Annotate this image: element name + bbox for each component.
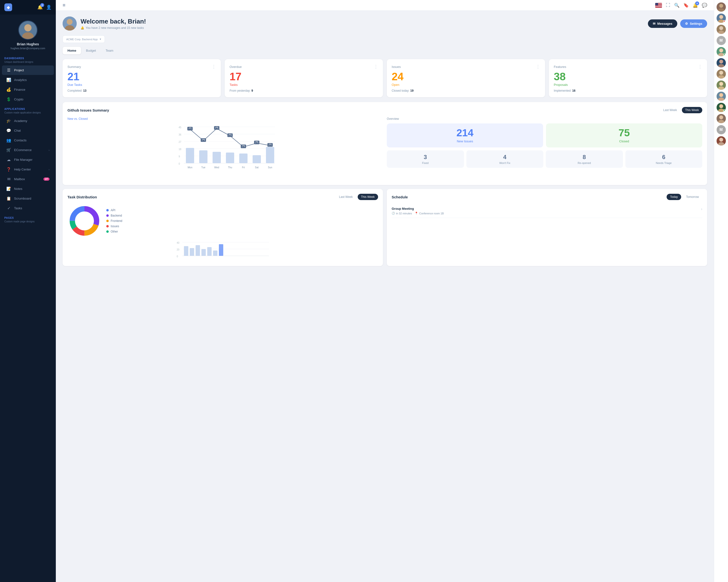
closed-label: Closed [550,139,698,143]
task-this-week-button[interactable]: This Week [358,194,378,200]
schedule-tomorrow-button[interactable]: Tomorrow [683,194,702,200]
stat-title: Summary [68,65,81,68]
bar-fri [239,154,248,163]
stat-number: 38 [554,71,702,82]
sidebar-item-label: Mailbox [14,177,25,181]
sidebar-item-scrumboard[interactable]: 📋 Scrumboard [2,194,54,203]
svg-text:Mon: Mon [188,166,192,169]
sidebar-item-tasks[interactable]: ✓ Tasks [2,203,54,213]
svg-rect-52 [219,244,223,256]
sidebar-item-project[interactable]: ☰ Project [2,65,54,75]
sidebar-item-ecommerce[interactable]: 🛒 ECommerce › [2,145,54,155]
tab-home[interactable]: Home [62,47,81,54]
tab-team[interactable]: Team [101,47,118,54]
sidebar-item-analytics[interactable]: 📊 Analytics [2,75,54,85]
welcome-section: Welcome back, Brian! 🔔 You have 2 new me… [62,17,707,31]
rs-avatar-9[interactable] [717,103,726,112]
sidebar-item-crypto[interactable]: 💲 Crypto [2,94,54,104]
fullscreen-icon[interactable]: ⛶ [666,3,670,8]
welcome-subtext: 🔔 You have 2 new messages and 15 new tas… [81,26,146,30]
reopened-label: Re-opened [549,162,620,164]
topbar: ≡ ⛶ 🔍 🔖 🔔 5 � [56,0,714,11]
task-distribution-title: Task Distribution [68,195,97,199]
bar-tue [199,150,207,163]
settings-button[interactable]: ⚙ Settings [680,20,707,28]
stat-menu-icon[interactable]: ⋮ [374,64,378,70]
flag-icon[interactable] [655,3,662,8]
notifications-bell-icon[interactable]: 🔔 3 [37,5,43,10]
sidebar-item-academy[interactable]: 🎓 Academy [2,116,54,126]
rs-avatar-5[interactable] [717,58,726,67]
chart-right: Overview 214 New Issues 75 Closed [387,117,702,180]
task-distribution-card: Task Distribution Last Week This Week [62,189,383,266]
sidebar-item-filemanager[interactable]: ☁ File Manager [2,155,54,164]
last-week-button[interactable]: Last Week [660,107,680,113]
rs-avatar-4[interactable] [717,47,726,56]
small-stat-triage: 6 Needs Triage [625,150,703,168]
svg-point-12 [67,19,73,25]
crypto-icon: 💲 [6,97,11,102]
dot-tue [202,140,204,142]
task-last-week-button[interactable]: Last Week [336,194,356,200]
sidebar-item-mailbox[interactable]: ✉ Mailbox 27 [2,174,54,184]
closed-number: 75 [550,128,698,138]
stat-label: Tasks [230,83,378,87]
rs-avatar-11[interactable] [717,136,726,145]
hamburger-menu-icon[interactable]: ≡ [62,2,66,8]
sidebar-item-contacts[interactable]: 👥 Contacts [2,136,54,145]
rs-avatar-10[interactable] [717,114,726,123]
bar-sun [266,147,274,163]
finance-icon: 💰 [6,87,11,92]
user-avatar-area: Brian Hughes hughes.brian@company.com [0,15,56,54]
sidebar-item-helpcenter[interactable]: ❓ Help Center › [2,165,54,174]
rs-avatar-3[interactable] [717,25,726,34]
nav-section-apps-label: APPLICATIONS [0,104,56,111]
rs-avatar-8[interactable] [717,92,726,101]
messages-icon[interactable]: 💬 [702,3,707,8]
bar-wed [213,152,221,163]
sidebar-item-chat[interactable]: 💬 Chat [2,126,54,135]
rs-avatar-7[interactable] [717,81,726,90]
dot-mon [189,128,191,130]
stat-menu-icon[interactable]: ⋮ [698,64,702,70]
user-name: Brian Hughes [17,42,39,46]
tab-budget[interactable]: Budget [81,47,101,54]
rs-avatar-1[interactable] [717,2,726,11]
main-content: ≡ ⛶ 🔍 🔖 🔔 5 � [56,0,714,582]
stat-footer: Closed today: 19 [392,89,540,92]
user-profile-icon[interactable]: 👤 [46,5,51,10]
notifications-icon[interactable]: 🔔 5 [693,3,698,8]
bookmark-icon[interactable]: 🔖 [683,3,689,8]
rs-avatar-2[interactable] [717,13,726,23]
avatar[interactable] [18,20,37,40]
app-logo[interactable]: ◆ [4,3,12,11]
this-week-button[interactable]: This Week [682,107,702,113]
rs-avatar-m1[interactable]: M [717,36,726,45]
week-buttons: Last Week This Week [660,107,702,113]
sidebar-item-finance[interactable]: 💰 Finance [2,85,54,94]
wontfix-label: Won't Fix [470,162,540,164]
rs-avatar-m2[interactable]: M [717,125,726,134]
messages-button[interactable]: ✉ Messages [648,20,677,28]
dot-sat [256,142,258,144]
legend-dot-backend [106,214,109,217]
svg-point-54 [719,4,723,8]
legend-label-other: Other [111,230,118,233]
sidebar-top: ◆ 🔔 3 👤 [0,0,56,15]
rs-avatar-6[interactable] [717,70,726,79]
left-sidebar: ◆ 🔔 3 👤 Brian Hughes hughes.brian@compan… [0,0,56,582]
dot-wed [216,128,218,130]
schedule-today-button[interactable]: Today [667,194,681,200]
stat-number: 21 [68,71,216,82]
svg-text:Thu: Thu [228,166,232,169]
project-selector[interactable]: ACME Corp. Backend App ▾ [62,35,105,43]
svg-rect-50 [207,247,212,256]
search-icon[interactable]: 🔍 [674,3,679,8]
stat-card-issues: Issues ⋮ 24 Open Closed today: 19 [387,59,545,97]
chevron-right-icon[interactable]: › [701,207,702,211]
stat-menu-icon[interactable]: ⋮ [536,64,540,70]
new-issues-card: 214 New Issues [387,123,543,147]
stat-menu-icon[interactable]: ⋮ [212,64,216,70]
sidebar-item-label: Notes [14,187,22,191]
sidebar-item-notes[interactable]: 📝 Notes [2,184,54,194]
